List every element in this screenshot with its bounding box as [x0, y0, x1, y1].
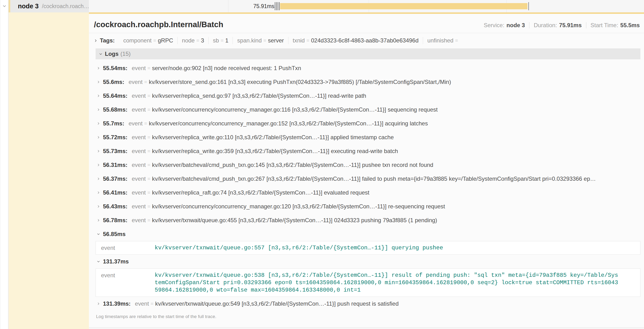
log-row[interactable]: 55.72ms: event = kv/kvserver/replica_wri…: [89, 130, 644, 144]
log-field-key: event: [135, 300, 149, 307]
log-field-value: kv/kvserver/concurrency/concurrency_mana…: [149, 120, 428, 127]
log-timestamp: 56.41ms:: [103, 189, 128, 196]
logs-section-header[interactable]: Logs (15): [96, 48, 640, 59]
equals-sign: =: [144, 121, 147, 126]
log-timestamp: 55.7ms:: [103, 120, 124, 127]
log-field-key: event: [132, 217, 146, 224]
log-field-value: kv/kvserver/concurrency/concurrency_mana…: [152, 106, 438, 113]
log-row[interactable]: 55.64ms: event = kv/kvserver/replica_sen…: [89, 89, 644, 103]
chevron-right-icon: [97, 150, 100, 153]
equals-sign: =: [147, 190, 150, 196]
log-timestamp: 56.78ms:: [103, 217, 128, 224]
log-row[interactable]: 55.68ms: event = kv/kvserver/concurrency…: [89, 103, 644, 116]
service-label: Service:: [484, 22, 504, 28]
log-field-value: kv/kvserver/batcheval/cmd_push_txn.go:14…: [152, 162, 433, 168]
span-detail-panel: /cockroach.roachpb.Internal/Batch Servic…: [89, 12, 644, 328]
log-field-value: kv/kvserver/replica_send.go:97 [n3,s3,r6…: [152, 92, 366, 99]
start-time-value: 55.5ms: [620, 22, 640, 28]
span-duration-bar[interactable]: [280, 3, 528, 9]
log-field-value: kv/kvserver/txnwait/queue.go:557 [n3,s3,…: [155, 244, 640, 252]
equals-sign: =: [153, 37, 156, 44]
log-row[interactable]: 56.31ms: event = kv/kvserver/batcheval/c…: [89, 158, 644, 172]
page-title: /cockroach.roachpb.Internal/Batch: [94, 20, 223, 29]
tag-key: span.kind: [237, 37, 262, 44]
log-field-key: event: [132, 189, 146, 196]
tag-key: txnid: [293, 37, 305, 44]
log-field-key: event: [132, 92, 146, 99]
log-detail-card: event kv/kvserver/txnwait/queue.go:538 […: [96, 268, 640, 297]
log-row[interactable]: 56.43ms: event = kv/kvserver/concurrency…: [89, 200, 644, 213]
log-timestamp: 56.31ms:: [103, 162, 128, 168]
tag-chip: unfinished =: [423, 37, 464, 44]
log-field-value: kv/kvserver/txnwait/queue.go:455 [n3,s3,…: [152, 217, 437, 224]
log-field-key: event: [132, 176, 146, 182]
log-detail-card: event kv/kvserver/txnwait/queue.go:557 […: [96, 241, 640, 254]
span-bar-hatch-marks: [275, 2, 280, 10]
tag-chip: component = gRPC: [119, 37, 177, 44]
tag-chip: sb = 1: [208, 37, 232, 44]
chevron-down-icon[interactable]: [2, 4, 6, 8]
equals-sign: =: [147, 218, 150, 223]
log-field-key: event: [96, 272, 155, 294]
log-row[interactable]: 131.39ms: event = kv/kvserver/txnwait/qu…: [89, 297, 644, 311]
tag-value: server: [268, 37, 284, 44]
equals-sign: =: [306, 37, 309, 44]
tags-section-header[interactable]: Tags: component = gRPC node = 3 sb = 1: [89, 35, 644, 46]
log-row[interactable]: 55.6ms: event = kv/kvserver/store_send.g…: [89, 75, 644, 89]
log-field-key: event: [132, 162, 146, 168]
chevron-right-icon: [97, 80, 100, 84]
start-time-label: Start Time:: [590, 22, 618, 28]
log-field-value: kv/kvserver/concurrency/concurrency_mana…: [152, 203, 445, 210]
span-indent-guide: [8, 0, 10, 12]
span-meta: Service: node 3 Duration: 75.91ms Start …: [484, 22, 640, 28]
log-field-value: kv/kvserver/batcheval/cmd_push_txn.go:26…: [152, 176, 596, 182]
equals-sign: =: [144, 79, 147, 85]
log-field-key: event: [128, 120, 142, 127]
equals-sign: =: [151, 301, 154, 306]
equals-sign: =: [196, 37, 199, 44]
log-row[interactable]: 56.41ms: event = kv/kvserver/replica_raf…: [89, 186, 644, 200]
log-field-key: event: [128, 79, 142, 85]
span-service-name: node 3: [18, 2, 38, 10]
tag-chip: span.kind = server: [232, 37, 288, 44]
log-field-key: event: [132, 203, 146, 210]
span-timeline: 75.91ms: [228, 0, 644, 12]
log-row[interactable]: 55.7ms: event = kv/kvserver/concurrency/…: [89, 116, 644, 130]
log-row[interactable]: 56.37ms: event = kv/kvserver/batcheval/c…: [89, 172, 644, 186]
log-row[interactable]: 55.54ms: event = server/node.go:902 [n3]…: [89, 61, 644, 75]
log-timestamp: 131.37ms: [103, 258, 129, 265]
tag-chip: txnid = 024d3323-6c8f-4863-aa8b-37ab0e63…: [288, 37, 423, 44]
duration-value: 75.91ms: [559, 22, 582, 28]
chevron-right-icon: [97, 136, 100, 139]
equals-sign: =: [221, 37, 224, 44]
log-row[interactable]: 56.78ms: event = kv/kvserver/txnwait/que…: [89, 213, 644, 227]
chevron-down-icon: [97, 232, 100, 236]
chevron-right-icon: [97, 108, 100, 111]
chevron-right-icon: [97, 122, 100, 125]
chevron-right-icon: [94, 39, 98, 42]
chevron-down-icon: [99, 52, 102, 56]
tag-key: node: [182, 37, 194, 44]
log-row[interactable]: 55.73ms: event = kv/kvserver/replica_wri…: [89, 144, 644, 158]
log-field-key: event: [96, 244, 155, 252]
span-name-bar[interactable]: node 3 /cockroach.roach…: [8, 0, 89, 12]
service-value: node 3: [506, 22, 525, 28]
trace-detail-view: 75.91ms node 3 /cockroach.roach… /cockro…: [0, 0, 644, 329]
equals-sign: =: [455, 37, 458, 44]
span-name-column-spacer: [89, 0, 228, 12]
span-operation-name: /cockroach.roach…: [42, 3, 89, 10]
log-timestamp: 56.37ms:: [103, 176, 128, 182]
log-timestamp: 55.54ms:: [103, 65, 128, 72]
span-indent-column: [8, 12, 89, 329]
log-expanded-header[interactable]: 56.85ms: [89, 227, 644, 241]
log-expanded-header[interactable]: 131.37ms: [89, 254, 644, 268]
log-timestamp: 55.64ms:: [103, 92, 128, 99]
equals-sign: =: [147, 148, 150, 154]
log-timestamp: 55.73ms:: [103, 148, 128, 154]
log-list: 55.54ms: event = server/node.go:902 [n3]…: [89, 59, 644, 311]
log-field-value: kv/kvserver/replica_write.go:359 [n3,s3,…: [152, 148, 398, 154]
log-field-value: server/node.go:902 [n3] node received re…: [152, 65, 301, 72]
log-detail-row: event kv/kvserver/txnwait/queue.go:557 […: [96, 244, 640, 252]
equals-sign: =: [147, 93, 150, 99]
log-entry-expanded: 56.85ms event kv/kvserver/txnwait/queue.…: [89, 227, 644, 254]
